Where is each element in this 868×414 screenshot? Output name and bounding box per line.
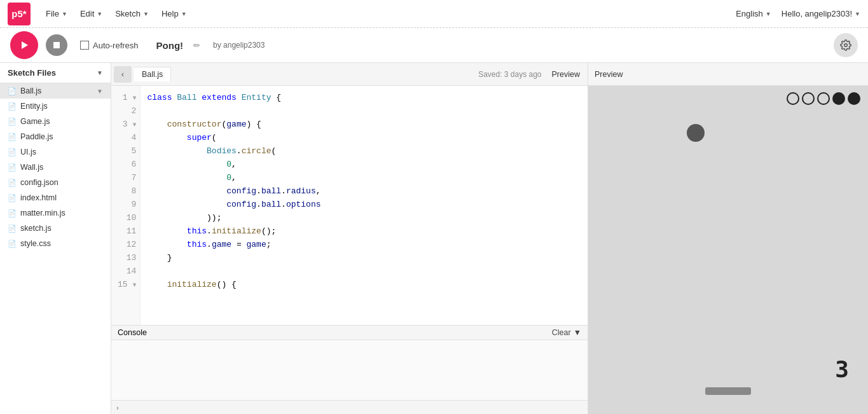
preview-header-label: Preview: [595, 70, 623, 79]
file-menu-caret: ▼: [62, 11, 67, 17]
file-icon: 📄: [8, 133, 17, 141]
editor-area: ‹ Ball.js Saved: 3 days ago Preview 1 ▼ …: [111, 63, 588, 414]
life-5: [848, 92, 860, 105]
user-menu[interactable]: Hello, angelip2303! ▼: [782, 9, 860, 18]
svg-rect-1: [53, 42, 60, 48]
editor-tabs: ‹ Ball.js Saved: 3 days ago Preview: [111, 63, 588, 86]
file-icon: 📄: [8, 102, 17, 111]
preview-panel: Preview 3: [588, 63, 868, 414]
active-tab[interactable]: Ball.js: [134, 67, 171, 81]
file-menu[interactable]: File ▼: [39, 6, 74, 21]
file-icon: 📄: [8, 224, 17, 233]
file-icon: 📄: [8, 163, 17, 172]
file-icon: 📄: [8, 209, 17, 217]
file-icon: 📄: [8, 179, 17, 187]
file-item-ball[interactable]: 📄 Ball.js ▼: [0, 83, 111, 99]
svg-marker-0: [22, 41, 28, 49]
by-user: by angelip2303: [213, 41, 265, 50]
file-item-entity[interactable]: 📄 Entity.js: [0, 99, 111, 114]
svg-point-2: [844, 44, 848, 47]
file-icon: 📄: [8, 240, 17, 248]
console-header: Console Clear ▼: [111, 326, 588, 340]
sketch-menu[interactable]: Sketch ▼: [109, 6, 155, 21]
sidebar: Sketch Files ▼ 📄 Ball.js ▼ 📄 Entity.js 📄…: [0, 63, 111, 414]
play-icon: [19, 40, 29, 50]
auto-refresh-checkbox[interactable]: [80, 41, 89, 50]
toolbar: Auto-refresh Pong! ✏ by angelip2303: [0, 28, 868, 63]
settings-button[interactable]: [834, 33, 858, 57]
lang-caret: ▼: [766, 11, 771, 17]
code-editor[interactable]: 1 ▼ 2 3 ▼ 4 5 6 7 8 9 10 11 12 13 14 15 …: [111, 86, 588, 325]
pong-lives: [787, 92, 860, 105]
gear-icon: [840, 39, 851, 51]
console-body[interactable]: [111, 340, 588, 400]
life-4: [832, 92, 845, 105]
file-item-sketch[interactable]: 📄 sketch.js: [0, 221, 111, 236]
file-icon: 📄: [8, 194, 17, 202]
life-3: [817, 92, 830, 105]
file-item-matter[interactable]: 📄 matter.min.js: [0, 205, 111, 221]
file-item-style[interactable]: 📄 style.css: [0, 236, 111, 251]
file-expand-ball[interactable]: ▼: [97, 88, 103, 95]
edit-menu[interactable]: Edit ▼: [74, 6, 109, 21]
help-menu[interactable]: Help ▼: [155, 6, 193, 21]
file-item-index[interactable]: 📄 index.html: [0, 190, 111, 205]
language-selector[interactable]: English ▼: [736, 9, 771, 18]
line-numbers: 1 ▼ 2 3 ▼ 4 5 6 7 8 9 10 11 12 13 14 15 …: [111, 86, 141, 325]
stop-button[interactable]: [46, 34, 67, 56]
clear-button[interactable]: Clear ▼: [552, 328, 581, 337]
file-icon: 📄: [8, 118, 17, 126]
help-menu-caret: ▼: [181, 11, 187, 17]
chevron-down-icon: ▼: [574, 328, 581, 337]
file-item-ui[interactable]: 📄 UI.js: [0, 144, 111, 160]
file-icon: 📄: [8, 148, 17, 156]
file-icon: 📄: [8, 87, 17, 95]
console-expand-icon[interactable]: ›: [116, 404, 119, 411]
menubar: p5* File ▼ Edit ▼ Sketch ▼ Help ▼ Englis…: [0, 0, 868, 28]
saved-status: Saved: 3 days ago: [478, 70, 546, 79]
sidebar-caret[interactable]: ▼: [97, 69, 103, 76]
pong-paddle: [705, 387, 751, 395]
sketch-menu-caret: ▼: [143, 11, 149, 17]
play-button[interactable]: [10, 31, 38, 59]
file-item-paddle[interactable]: 📄 Paddle.js: [0, 129, 111, 144]
auto-refresh-label[interactable]: Auto-refresh: [80, 41, 139, 50]
console-area: Console Clear ▼ ›: [111, 325, 588, 414]
pong-game: 3: [588, 86, 868, 414]
menubar-right: English ▼ Hello, angelip2303! ▼: [736, 9, 860, 18]
console-label: Console: [118, 328, 147, 337]
file-item-wall[interactable]: 📄 Wall.js: [0, 160, 111, 175]
pong-score: 3: [835, 356, 849, 382]
code-lines: class Ball extends Entity { constructor(…: [141, 86, 588, 325]
pencil-icon[interactable]: ✏: [193, 41, 200, 50]
sketch-title: Pong!: [156, 40, 184, 51]
life-2: [802, 92, 815, 105]
file-list: 📄 Ball.js ▼ 📄 Entity.js 📄 Game.js 📄 Padd…: [0, 83, 111, 414]
preview-canvas: 3: [588, 86, 868, 414]
stop-icon: [53, 41, 60, 49]
preview-header: Preview: [588, 63, 868, 86]
pong-ball: [687, 124, 705, 142]
file-item-game[interactable]: 📄 Game.js: [0, 114, 111, 129]
user-caret: ▼: [855, 11, 860, 17]
console-footer: ›: [111, 400, 588, 414]
main-area: Sketch Files ▼ 📄 Ball.js ▼ 📄 Entity.js 📄…: [0, 63, 868, 414]
code-content: 1 ▼ 2 3 ▼ 4 5 6 7 8 9 10 11 12 13 14 15 …: [111, 86, 588, 325]
file-item-config[interactable]: 📄 config.json: [0, 175, 111, 190]
life-1: [787, 92, 799, 105]
sidebar-header: Sketch Files ▼: [0, 63, 111, 83]
edit-menu-caret: ▼: [97, 11, 102, 17]
p5-logo[interactable]: p5*: [8, 3, 31, 25]
preview-tab-label: Preview: [547, 70, 585, 79]
collapse-sidebar-button[interactable]: ‹: [114, 66, 132, 83]
